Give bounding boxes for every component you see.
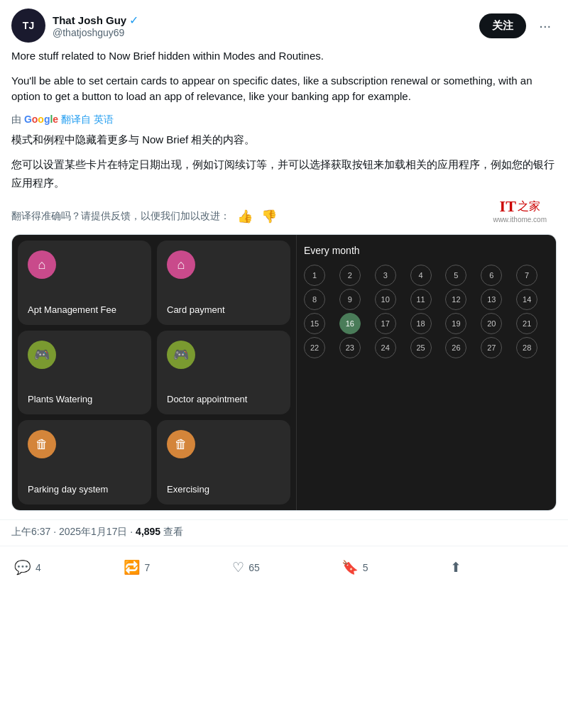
calendar-panel: Every month 1234567891011121314151617181… — [296, 235, 556, 510]
heart-icon: ♡ — [232, 559, 244, 575]
avatar: TJ — [11, 9, 45, 43]
calendar-day[interactable]: 4 — [410, 265, 432, 286]
translate-by: 由 — [11, 114, 21, 125]
reply-button[interactable]: 💬 4 — [11, 553, 121, 581]
actions-bar: 💬 4 🔁 7 ♡ 65 🔖 5 ⬆ — [0, 546, 568, 588]
bookmark-button[interactable]: 🔖 5 — [339, 553, 448, 581]
calendar-day[interactable]: 10 — [375, 289, 396, 310]
calendar-day[interactable]: 25 — [410, 337, 432, 358]
calendar-day[interactable]: 24 — [375, 337, 396, 358]
share-icon: ⬆ — [450, 559, 462, 575]
thumbs-up-button[interactable]: 👍 — [236, 207, 254, 226]
more-options-button[interactable]: ··· — [533, 15, 557, 37]
translate-row: 由 Google 翻译自 英语 — [0, 114, 568, 131]
ithome-url: www.ithome.com — [493, 216, 547, 224]
calendar-day[interactable]: 1 — [304, 265, 325, 286]
reply-icon: 💬 — [14, 559, 31, 575]
feedback-text: 翻译得准确吗？请提供反馈，以便我们加以改进： — [11, 210, 230, 223]
calendar-day[interactable]: 28 — [516, 337, 537, 358]
user-handle: @thatjoshguy69 — [53, 27, 472, 38]
calendar-day[interactable]: 21 — [516, 313, 537, 334]
tweet-body: More stuff related to Now Brief hidden w… — [0, 48, 568, 114]
follow-button[interactable]: 关注 — [479, 13, 526, 38]
calendar-day[interactable]: 22 — [304, 337, 325, 358]
calendar-day[interactable]: 18 — [410, 313, 432, 334]
calendar-day[interactable]: 9 — [339, 289, 361, 310]
time: 上午6:37 — [11, 526, 50, 537]
calendar-day[interactable]: 3 — [375, 265, 396, 286]
separator1: · — [53, 526, 59, 537]
app-card: 🎮 Plants Watering — [18, 331, 151, 415]
app-label-0: Apt Management Fee — [28, 304, 141, 315]
verified-icon: ✓ — [129, 13, 138, 27]
chinese-text: 模式和例程中隐藏着更多与 Now Brief 相关的内容。 您可以设置某些卡片在… — [0, 131, 568, 205]
calendar-day[interactable]: 23 — [339, 337, 361, 358]
retweet-button[interactable]: 🔁 7 — [121, 553, 230, 581]
ithome-badge: IT 之家 — [500, 197, 540, 216]
calendar-title: Every month — [304, 245, 549, 256]
feedback-section: 翻译得准确吗？请提供反馈，以便我们加以改进： 👍 👎 IT 之家 www.ith… — [0, 204, 568, 234]
calendar-day[interactable]: 13 — [481, 289, 502, 310]
retweet-count: 7 — [145, 562, 151, 573]
app-card: ⌂ Card payment — [157, 241, 290, 325]
calendar-day[interactable]: 11 — [410, 289, 432, 310]
screenshot-container: ⌂ Apt Management Fee ⌂ Card payment 🎮 Pl… — [11, 234, 557, 511]
tweet-paragraph-2: You'll be able to set certain cards to a… — [11, 73, 557, 105]
view-count: 4,895 — [136, 526, 160, 537]
thumbs-down-button[interactable]: 👎 — [260, 207, 278, 226]
app-icon-5: 🗑 — [167, 430, 195, 458]
calendar-day[interactable]: 2 — [339, 265, 361, 286]
feedback-row: 翻译得准确吗？请提供反馈，以便我们加以改进： 👍 👎 — [0, 204, 568, 234]
calendar-day[interactable]: 8 — [304, 289, 325, 310]
it-text: IT — [500, 197, 516, 216]
app-card: 🗑 Exercising — [157, 420, 290, 504]
share-button[interactable]: ⬆ — [447, 553, 557, 581]
user-name: That Josh Guy — [53, 14, 126, 26]
bookmark-icon: 🔖 — [342, 559, 359, 575]
tweet-timestamp: 上午6:37 · 2025年1月17日 · 4,895 查看 — [0, 519, 568, 546]
app-grid-panel: ⌂ Apt Management Fee ⌂ Card payment 🎮 Pl… — [12, 235, 296, 510]
calendar-day[interactable]: 19 — [445, 313, 466, 334]
zhi-jia-text: 之家 — [518, 199, 540, 214]
tweet-paragraph-1: More stuff related to Now Brief hidden w… — [11, 48, 557, 65]
views-label: 查看 — [163, 526, 183, 537]
calendar-day[interactable]: 5 — [445, 265, 466, 286]
tweet-header: TJ That Josh Guy ✓ @thatjoshguy69 关注 ··· — [0, 0, 568, 48]
calendar-day[interactable]: 16 — [339, 313, 361, 334]
calendar-day[interactable]: 20 — [481, 313, 502, 334]
user-name-row: That Josh Guy ✓ — [53, 13, 472, 27]
chinese-paragraph-2: 您可以设置某些卡片在特定日期出现，例如订阅续订等，并可以选择获取按钮来加载相关的… — [11, 155, 557, 192]
calendar-day[interactable]: 27 — [481, 337, 502, 358]
calendar-day[interactable]: 7 — [516, 265, 537, 286]
app-label-1: Card payment — [167, 304, 280, 315]
separator2: · — [130, 526, 136, 537]
calendar-day[interactable]: 17 — [375, 313, 396, 334]
date: 2025年1月17日 — [59, 526, 128, 537]
ithome-logo: IT 之家 www.ithome.com — [493, 197, 547, 224]
app-card: ⌂ Apt Management Fee — [18, 241, 151, 325]
user-info: That Josh Guy ✓ @thatjoshguy69 — [53, 13, 472, 38]
calendar-day[interactable]: 12 — [445, 289, 466, 310]
like-button[interactable]: ♡ 65 — [229, 553, 339, 581]
reply-count: 4 — [36, 562, 41, 573]
app-label-4: Parking day system — [28, 484, 141, 495]
app-label-2: Plants Watering — [28, 394, 141, 404]
translate-link[interactable]: 翻译自 英语 — [61, 114, 114, 125]
app-icon-0: ⌂ — [28, 250, 56, 279]
chinese-paragraph-1: 模式和例程中隐藏着更多与 Now Brief 相关的内容。 — [11, 131, 557, 149]
calendar-grid: 1234567891011121314151617181920212223242… — [304, 265, 549, 358]
app-icon-1: ⌂ — [167, 250, 195, 279]
calendar-day[interactable]: 15 — [304, 313, 325, 334]
app-icon-4: 🗑 — [28, 430, 56, 458]
app-icon-2: 🎮 — [28, 341, 56, 369]
app-label-3: Doctor appointment — [167, 394, 280, 404]
app-icon-3: 🎮 — [167, 341, 195, 369]
like-count: 65 — [248, 562, 260, 573]
retweet-icon: 🔁 — [124, 559, 141, 575]
app-card: 🗑 Parking day system — [18, 420, 151, 504]
app-label-5: Exercising — [167, 484, 280, 495]
calendar-day[interactable]: 26 — [445, 337, 466, 358]
bookmark-count: 5 — [363, 562, 368, 573]
calendar-day[interactable]: 14 — [516, 289, 537, 310]
calendar-day[interactable]: 6 — [481, 265, 502, 286]
